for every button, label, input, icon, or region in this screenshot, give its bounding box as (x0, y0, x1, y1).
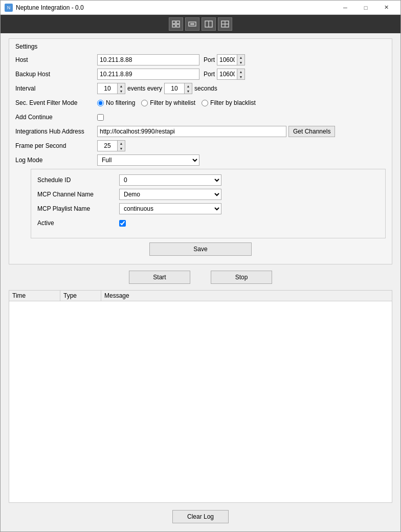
log-body[interactable] (9, 301, 392, 502)
add-continue-row: Add Continue (15, 112, 386, 123)
filter-no-filter-text: No filtering (106, 99, 135, 106)
hub-address-input[interactable] (97, 126, 286, 137)
interval-events-text: events every (127, 85, 162, 92)
interval-spinner: ▲ ▼ (97, 83, 125, 94)
filter-blacklist-radio[interactable] (202, 100, 208, 106)
toolbar-btn-1[interactable] (169, 17, 183, 31)
host-row: Host Port ▲ ▼ (15, 54, 386, 65)
svg-rect-4 (189, 22, 196, 26)
active-checkbox[interactable] (119, 220, 126, 227)
backup-port-input[interactable] (217, 69, 237, 80)
log-col-type: Type (60, 291, 101, 301)
log-col-message: Message (101, 291, 392, 301)
interval-seconds-down[interactable]: ▼ (185, 88, 192, 94)
active-row: Active (37, 217, 379, 229)
settings-panel: Settings Host Port ▲ ▼ Backup Host Por (9, 38, 392, 264)
mcp-playlist-label: MCP Playlist Name (37, 205, 119, 212)
host-port-spinner-btns: ▲ ▼ (237, 54, 245, 65)
start-button[interactable]: Start (129, 271, 190, 284)
interval-seconds-spinner-btns: ▲ ▼ (185, 83, 192, 94)
host-port-down[interactable]: ▼ (237, 60, 244, 65)
backup-port-spinner-btns: ▲ ▼ (237, 69, 245, 80)
fps-down[interactable]: ▼ (118, 146, 125, 151)
svg-rect-1 (176, 21, 180, 24)
hub-address-row: Integrations Hub Address Get Channels (15, 126, 386, 137)
log-header: Time Type Message (9, 291, 392, 301)
host-label: Host (15, 56, 97, 63)
schedule-id-select[interactable]: 0 1 2 (119, 174, 221, 186)
interval-label: Interval (15, 85, 97, 92)
filter-blacklist-text: Filter by blacklist (210, 99, 256, 106)
fps-up[interactable]: ▲ (118, 141, 125, 146)
add-continue-checkbox[interactable] (97, 114, 104, 121)
get-channels-button[interactable]: Get Channels (288, 126, 335, 137)
mcp-channel-select[interactable]: Demo Channel1 (119, 189, 221, 200)
interval-seconds-spinner: ▲ ▼ (164, 83, 192, 94)
svg-rect-2 (172, 25, 175, 27)
interval-up[interactable]: ▲ (118, 83, 125, 88)
log-section: Time Type Message (9, 290, 392, 503)
toolbar (1, 15, 400, 33)
bottom-bar: Clear Log (9, 507, 392, 526)
schedule-id-label: Schedule ID (37, 176, 119, 184)
schedule-id-row: Schedule ID 0 1 2 (37, 174, 379, 186)
log-mode-row: Log Mode Full Minimal None (15, 154, 386, 166)
filter-blacklist-label[interactable]: Filter by blacklist (202, 99, 256, 106)
action-buttons: Start Stop (9, 271, 392, 284)
host-port-input[interactable] (217, 54, 237, 65)
save-button[interactable]: Save (149, 242, 252, 256)
filter-no-filter-radio[interactable] (97, 100, 104, 106)
active-label: Active (37, 219, 119, 227)
backup-port-spinner: ▲ ▼ (217, 69, 245, 80)
interval-input[interactable] (97, 83, 118, 94)
log-col-time: Time (9, 291, 60, 301)
filter-whitelist-text: Filter by whitelist (150, 99, 195, 106)
interval-down[interactable]: ▼ (118, 88, 125, 94)
interval-seconds-text: seconds (194, 85, 217, 92)
schedule-group: Schedule ID 0 1 2 MCP Channel Name Demo … (31, 169, 386, 238)
toolbar-btn-2[interactable] (185, 17, 199, 31)
fps-spinner: ▲ ▼ (97, 140, 125, 151)
log-mode-select[interactable]: Full Minimal None (97, 154, 199, 166)
interval-row: Interval ▲ ▼ events every ▲ (15, 83, 386, 94)
fps-label: Frame per Second (15, 142, 97, 149)
toolbar-btn-3[interactable] (202, 17, 216, 31)
host-input[interactable] (97, 54, 199, 65)
window-controls: ─ □ ✕ (335, 1, 396, 15)
maximize-button[interactable]: □ (355, 1, 376, 15)
fps-spinner-btns: ▲ ▼ (118, 140, 125, 151)
mcp-playlist-row: MCP Playlist Name continuous playlist1 (37, 203, 379, 214)
interval-spinner-btns: ▲ ▼ (118, 83, 125, 94)
host-port-label: Port (204, 56, 215, 63)
filter-no-filter-label[interactable]: No filtering (97, 99, 135, 106)
backup-host-input[interactable] (97, 69, 199, 80)
log-mode-label: Log Mode (15, 157, 97, 164)
filter-whitelist-label[interactable]: Filter by whitelist (141, 99, 195, 106)
toolbar-btn-4[interactable] (218, 17, 232, 31)
mcp-playlist-select[interactable]: continuous playlist1 (119, 203, 221, 214)
minimize-button[interactable]: ─ (335, 1, 355, 15)
window-title: Neptune Integration - 0.0 (16, 4, 335, 11)
app-icon: N (5, 4, 13, 12)
host-port-spinner: ▲ ▼ (217, 54, 245, 65)
interval-seconds-up[interactable]: ▲ (185, 83, 192, 88)
svg-rect-3 (176, 25, 180, 27)
backup-port-up[interactable]: ▲ (237, 69, 244, 74)
filter-whitelist-radio[interactable] (141, 100, 148, 106)
add-continue-label: Add Continue (15, 114, 97, 121)
clear-log-button[interactable]: Clear Log (172, 510, 229, 523)
main-window: N Neptune Integration - 0.0 ─ □ ✕ (0, 0, 401, 532)
main-content: Settings Host Port ▲ ▼ Backup Host Por (1, 33, 400, 531)
svg-rect-0 (172, 21, 175, 24)
settings-legend: Settings (15, 43, 386, 50)
filter-row: Sec. Event Filter Mode No filtering Filt… (15, 97, 386, 108)
fps-input[interactable] (97, 140, 118, 151)
close-button[interactable]: ✕ (376, 1, 396, 15)
filter-radio-group: No filtering Filter by whitelist Filter … (97, 99, 256, 106)
host-port-up[interactable]: ▲ (237, 55, 244, 60)
backup-port-down[interactable]: ▼ (237, 74, 244, 79)
stop-button[interactable]: Stop (211, 271, 272, 284)
backup-host-label: Backup Host (15, 71, 97, 78)
backup-host-row: Backup Host Port ▲ ▼ (15, 69, 386, 80)
interval-seconds-input[interactable] (164, 83, 185, 94)
